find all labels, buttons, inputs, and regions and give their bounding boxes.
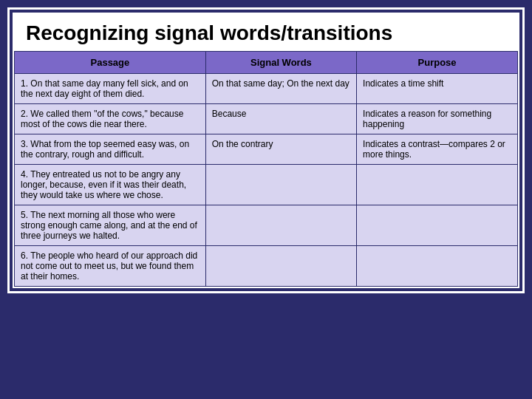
page-title: Recognizing signal words/transitions (26, 21, 392, 44)
cell-passage: 4. They entreated us not to be angry any… (15, 165, 206, 205)
cell-purpose (357, 165, 518, 205)
cell-purpose: Indicates a reason for something happeni… (357, 104, 518, 134)
cell-signal_words (205, 246, 356, 287)
outer-border: Recognizing signal words/transitions Pas… (7, 7, 525, 293)
table-row: 5. The next morning all those who were s… (15, 205, 518, 246)
cell-passage: 2. We called them "of the cows," because… (15, 104, 206, 134)
header-signal-words: Signal Words (205, 52, 356, 74)
table-row: 3. What from the top seemed easy was, on… (15, 134, 518, 165)
cell-purpose: Indicates a time shift (357, 74, 518, 104)
inner-border: Recognizing signal words/transitions Pas… (13, 13, 519, 288)
table-row: 2. We called them "of the cows," because… (15, 104, 518, 134)
cell-purpose: Indicates a contrast—compares 2 or more … (357, 134, 518, 165)
table-row: 4. They entreated us not to be angry any… (15, 165, 518, 205)
cell-passage: 3. What from the top seemed easy was, on… (15, 134, 206, 165)
title-bar: Recognizing signal words/transitions (14, 14, 518, 51)
cell-signal_words (205, 165, 356, 205)
cell-passage: 6. The people who heard of our approach … (15, 246, 206, 287)
cell-purpose (357, 246, 518, 287)
signal-words-table: Passage Signal Words Purpose 1. On that … (14, 51, 518, 287)
table-header-row: Passage Signal Words Purpose (15, 52, 518, 74)
table-row: 1. On that same day many fell sick, and … (15, 74, 518, 104)
cell-signal_words: Because (205, 104, 356, 134)
cell-passage: 1. On that same day many fell sick, and … (15, 74, 206, 104)
cell-signal_words: On that same day; On the next day (205, 74, 356, 104)
cell-passage: 5. The next morning all those who were s… (15, 205, 206, 246)
table-row: 6. The people who heard of our approach … (15, 246, 518, 287)
cell-purpose (357, 205, 518, 246)
header-passage: Passage (15, 52, 206, 74)
cell-signal_words (205, 205, 356, 246)
cell-signal_words: On the contrary (205, 134, 356, 165)
header-purpose: Purpose (357, 52, 518, 74)
